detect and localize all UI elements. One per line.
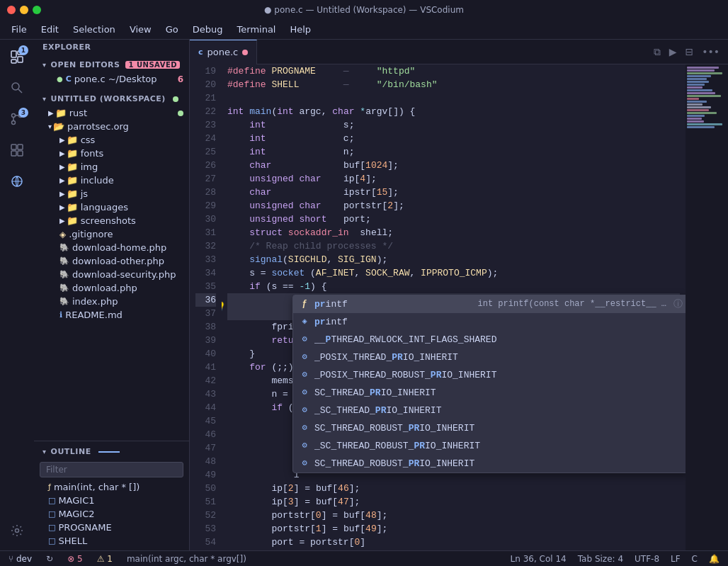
lightbulb-icon[interactable]: 💡 [222, 300, 226, 314]
window-controls[interactable] [7, 6, 41, 14]
outline-item-magic2[interactable]: □ MAGIC2 [34, 507, 189, 521]
main-layout: 1 3 EXPLORER ▾ OPEN EDITORS 1 UN [0, 40, 728, 550]
sidebar-item-download-security[interactable]: 🐘download-security.php [34, 268, 189, 281]
menu-edit[interactable]: Edit [35, 23, 64, 36]
more-actions-button[interactable]: ••• [699, 45, 722, 59]
c-lang-icon: C [66, 74, 72, 84]
sidebar-item-include[interactable]: ▶📁include [34, 174, 189, 187]
status-sync[interactable]: ↻ [43, 554, 56, 564]
workspace-header[interactable]: ▾ UNTITLED (WORKSPACE) [34, 91, 189, 106]
sidebar-item-screenshots[interactable]: ▶📁screenshots [34, 214, 189, 227]
menu-go[interactable]: Go [160, 23, 184, 36]
status-main-fn[interactable]: main(int argc, char * argv[]) [124, 554, 249, 564]
ac-item-sc-thread-prio[interactable]: ⚙ SC_THREAD_PRIO_INHERIT [293, 384, 686, 402]
ac-item-posix-thread-robust-prio[interactable]: ⚙ _POSIX_THREAD_ROBUST_PRIO_INHERIT [293, 366, 686, 384]
ac-item-pthread-rwlock[interactable]: ⚙ __PTHREAD_RWLOCK_INT_FLAGS_SHARED [293, 331, 686, 349]
folder-icon: 📁 [55, 108, 67, 118]
variable-icon: ⚙ [299, 334, 310, 346]
sidebar-item-rust[interactable]: ▶ 📁 rust [34, 106, 189, 120]
outline-item-magic1[interactable]: □ MAGIC1 [34, 494, 189, 507]
minimap-content [686, 64, 728, 130]
code-line-20: #define SHELL — "/bin/bash" [227, 78, 680, 91]
svg-rect-9 [11, 145, 16, 149]
status-encoding[interactable]: UTF-8 [632, 554, 662, 564]
sidebar-item-img[interactable]: ▶📁img [34, 160, 189, 174]
ac-item-sc-thread-robust-prio-3[interactable]: ⚙ SC_THREAD_ROBUST_PRIO_INHERIT [293, 455, 686, 472]
split-editor-button[interactable]: ⧉ [651, 45, 664, 60]
sidebar-item-css[interactable]: ▶📁css [34, 133, 189, 147]
code-editor[interactable]: 1920212223 2425262728 2930313233 3435363… [190, 64, 728, 550]
sidebar-item-readme[interactable]: ℹREADME.md [34, 308, 189, 322]
variable-icon: ◈ [299, 317, 310, 328]
open-editors-header[interactable]: ▾ OPEN EDITORS 1 UNSAVED [34, 57, 189, 72]
ac-item-printf-1[interactable]: ƒ printf int printf(const char *__restri… [293, 295, 686, 313]
menu-help[interactable]: Help [284, 23, 317, 36]
ac-info-button[interactable]: ⓘ [673, 298, 683, 311]
source-control-icon[interactable]: 3 [3, 105, 31, 133]
sidebar-item-fonts[interactable]: ▶📁fonts [34, 147, 189, 160]
tab-pone-c[interactable]: c pone.c [190, 40, 257, 64]
remote-icon[interactable] [3, 167, 31, 196]
close-button[interactable] [7, 6, 16, 14]
outline-item-main[interactable]: ƒ main(int, char * []) [34, 480, 189, 494]
ac-item-printf-2[interactable]: ◈ printf [293, 313, 686, 331]
menu-view[interactable]: View [124, 23, 157, 36]
sidebar-item-parrotsec[interactable]: ▾ 📂 parrotsec.org [34, 120, 189, 133]
layout-button[interactable]: ⊟ [682, 45, 696, 59]
sidebar-item-languages[interactable]: ▶📁languages [34, 200, 189, 214]
status-warnings[interactable]: ⚠ 1 [94, 554, 115, 564]
ac-item-sc-thread-prio-2[interactable]: ⚙ _SC_THREAD_PRIO_INHERIT [293, 402, 686, 419]
sidebar: EXPLORER ▾ OPEN EDITORS 1 UNSAVED ● C po… [34, 40, 190, 550]
explorer-badge: 1 [18, 45, 28, 55]
sidebar-item-download[interactable]: 🐘download.php [34, 281, 189, 295]
status-position[interactable]: Ln 36, Col 14 [508, 554, 569, 564]
tab-filename: pone.c [207, 47, 239, 57]
autocomplete-dropdown[interactable]: ƒ printf int printf(const char *__restri… [292, 295, 686, 473]
outline-filter-input[interactable]: Filter [40, 462, 183, 477]
variable-icon: ⚙ [299, 423, 310, 434]
ac-item-sc-thread-robust-prio[interactable]: ⚙ SC_THREAD_ROBUST_PRIO_INHERIT [293, 419, 686, 437]
svg-point-7 [12, 121, 16, 125]
open-editors-chevron: ▾ [42, 61, 47, 69]
outline-item-shell[interactable]: □ SHELL [34, 534, 189, 548]
code-line-23: int s; [227, 118, 680, 132]
outline-header[interactable]: ▾ OUTLINE [34, 444, 189, 459]
run-button[interactable]: ▶ [666, 45, 680, 59]
code-line-25: int n; [227, 145, 680, 159]
explorer-icon[interactable]: 1 [3, 43, 31, 71]
code-line-32: /* Reap child processes */ [227, 239, 680, 253]
status-notifications[interactable]: 🔔 [706, 554, 722, 564]
window-title: ● pone.c — Untitled (Workspace) — VSCodi… [264, 5, 464, 15]
status-tab-size[interactable]: Tab Size: 4 [575, 554, 626, 564]
settings-icon[interactable] [3, 516, 31, 545]
status-errors[interactable]: ⊗ 5 [64, 554, 86, 564]
workspace-section: ▾ UNTITLED (WORKSPACE) ▶ 📁 rust ▾ 📂 parr… [34, 89, 189, 324]
extensions-icon[interactable] [3, 136, 31, 164]
sidebar-item-download-home[interactable]: 🐘download-home.php [34, 241, 189, 254]
ac-label: _POSIX_THREAD_ROBUST_PRIO_INHERIT [314, 368, 683, 382]
open-file-pone[interactable]: ● C pone.c ~/Desktop 6 [34, 72, 189, 86]
sidebar-item-js[interactable]: ▶📁js [34, 187, 189, 200]
code-line-52: portstr[1] = buf[49]; [227, 522, 680, 536]
maximize-button[interactable] [33, 6, 41, 14]
menu-debug[interactable]: Debug [187, 23, 229, 36]
status-branch[interactable]: ⑂ dev [6, 554, 35, 564]
sidebar-item-index[interactable]: 🐘index.php [34, 295, 189, 308]
search-icon[interactable] [3, 74, 31, 102]
status-line-ending[interactable]: LF [668, 554, 683, 564]
menu-file[interactable]: File [6, 23, 33, 36]
ac-item-posix-thread-prio[interactable]: ⚙ _POSIX_THREAD_PRIO_INHERIT [293, 349, 686, 366]
sidebar-item-download-other[interactable]: 🐘download-other.php [34, 254, 189, 268]
menu-selection[interactable]: Selection [67, 23, 121, 36]
code-content[interactable]: #define PROGNAME — "httpd" #define SHELL… [222, 64, 686, 550]
outline-item-progname[interactable]: □ PROGNAME [34, 521, 189, 534]
minimize-button[interactable] [20, 6, 28, 14]
ac-item-sc-thread-robust-prio-2[interactable]: ⚙ _SC_THREAD_ROBUST_PRIO_INHERIT [293, 437, 686, 455]
code-line-24: int c; [227, 132, 680, 145]
menu-terminal[interactable]: Terminal [232, 23, 282, 36]
status-language[interactable]: C [689, 554, 700, 564]
sidebar-item-gitignore[interactable]: ◈.gitignore [34, 227, 189, 241]
sidebar-title: EXPLORER [34, 40, 189, 55]
function-icon: ƒ [48, 482, 51, 492]
ac-label: SC_THREAD_ROBUST_PRIO_INHERIT [314, 457, 683, 470]
